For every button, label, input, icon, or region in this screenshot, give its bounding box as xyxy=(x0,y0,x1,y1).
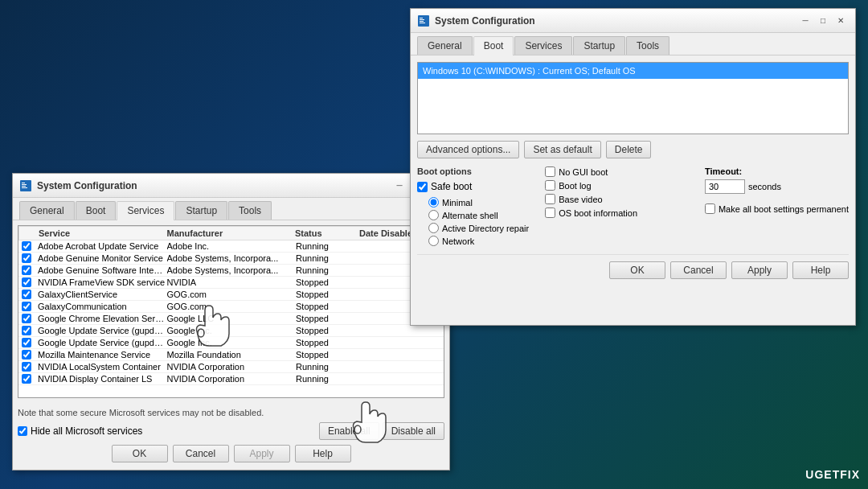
make-permanent-row: Make all boot settings permanent xyxy=(705,203,849,214)
service-checkbox-10[interactable] xyxy=(22,362,31,372)
service-checkbox-1[interactable] xyxy=(22,253,31,263)
boot-entry-selected[interactable]: Windows 10 (C:\WINDOWS) : Current OS; De… xyxy=(418,63,848,79)
safe-boot-options: Minimal Alternate shell Active Directory… xyxy=(417,197,529,246)
boot-tab-services[interactable]: Services xyxy=(514,36,572,55)
service-manufacturer-1: Adobe Systems, Incorpora... xyxy=(167,253,297,263)
service-manufacturer-11: NVIDIA Corporation xyxy=(167,374,297,384)
app-icon xyxy=(19,179,32,192)
service-status-9: Stopped xyxy=(296,350,360,360)
boot-tab-general[interactable]: General xyxy=(417,36,473,55)
service-checkbox-5[interactable] xyxy=(22,302,31,311)
active-directory-row: Active Directory repair xyxy=(428,223,529,233)
service-name-9: Mozilla Maintenance Service xyxy=(38,350,167,360)
service-name-0: Adobe Acrobat Update Service xyxy=(38,241,167,251)
os-boot-info-checkbox[interactable] xyxy=(545,208,555,218)
base-video-checkbox[interactable] xyxy=(545,194,555,204)
table-row: Google Chrome Elevation Service Google L… xyxy=(18,313,444,325)
boot-tab-bar: General Boot Services Startup Tools xyxy=(411,33,855,55)
boot-titlebar: System Configuration ─ □ ✕ xyxy=(411,9,855,33)
table-header: Service Manufacturer Status Date Disable… xyxy=(18,226,444,240)
col-status: Status xyxy=(295,228,359,238)
network-radio[interactable] xyxy=(428,236,439,246)
minimal-radio[interactable] xyxy=(428,197,439,208)
service-checkbox-2[interactable] xyxy=(22,265,31,275)
table-row: NVIDIA Display Container LS NVIDIA Corpo… xyxy=(18,373,444,385)
safe-boot-row: Safe boot xyxy=(417,181,529,192)
boot-log-checkbox[interactable] xyxy=(545,180,555,191)
table-row: GalaxyClientService GOG.com Stopped xyxy=(18,289,444,301)
safe-boot-checkbox[interactable] xyxy=(417,182,428,192)
boot-apply-button[interactable]: Apply xyxy=(731,261,788,279)
set-default-button[interactable]: Set as default xyxy=(524,141,600,158)
tab-boot[interactable]: Boot xyxy=(76,201,117,220)
help-button[interactable]: Help xyxy=(295,445,351,462)
hide-ms-checkbox[interactable] xyxy=(18,426,27,436)
service-checkbox-6[interactable] xyxy=(22,314,31,323)
apply-button[interactable]: Apply xyxy=(234,445,290,462)
boot-list[interactable]: Windows 10 (C:\WINDOWS) : Current OS; De… xyxy=(417,62,849,134)
tab-general[interactable]: General xyxy=(19,201,75,220)
service-status-0: Running xyxy=(296,241,360,251)
boot-tab-boot[interactable]: Boot xyxy=(473,36,514,55)
service-checkbox-3[interactable] xyxy=(22,277,31,287)
service-manufacturer-10: NVIDIA Corporation xyxy=(167,362,297,372)
tab-bar: General Boot Services Startup Tools xyxy=(13,198,449,220)
advanced-options-button[interactable]: Advanced options... xyxy=(417,141,519,158)
main-buttons-row: Enable all Disable all xyxy=(319,422,444,440)
service-checkbox-8[interactable] xyxy=(22,338,31,347)
service-status-11: Running xyxy=(296,374,360,384)
boot-options-label: Boot options xyxy=(417,166,529,176)
tab-startup[interactable]: Startup xyxy=(175,201,227,220)
timeout-row: seconds xyxy=(705,179,849,194)
svg-rect-4 xyxy=(22,187,27,188)
boot-close-button[interactable]: ✕ xyxy=(833,14,849,28)
services-titlebar: System Configuration ─ □ ✕ xyxy=(13,174,449,198)
alternate-shell-radio[interactable] xyxy=(428,210,439,220)
no-gui-checkbox[interactable] xyxy=(545,166,555,177)
watermark: UGETFIX xyxy=(805,468,860,481)
service-status-5: Stopped xyxy=(296,302,360,311)
table-row: GalaxyCommunication GOG.com Stopped xyxy=(18,301,444,313)
service-checkbox-9[interactable] xyxy=(22,350,31,360)
boot-tab-startup[interactable]: Startup xyxy=(573,36,625,55)
svg-rect-3 xyxy=(22,186,26,187)
timeout-input[interactable] xyxy=(705,179,745,194)
svg-rect-8 xyxy=(420,21,424,22)
boot-maximize-button[interactable]: □ xyxy=(815,14,831,28)
boot-options-right: No GUI boot Boot log Base video OS boot … xyxy=(545,166,637,246)
boot-cancel-button[interactable]: Cancel xyxy=(670,261,727,279)
cancel-button[interactable]: Cancel xyxy=(173,445,229,462)
enable-all-button[interactable]: Enable all xyxy=(319,422,379,440)
service-checkbox-4[interactable] xyxy=(22,290,31,299)
boot-minimize-button[interactable]: ─ xyxy=(797,14,813,28)
delete-button[interactable]: Delete xyxy=(606,141,652,158)
tab-services[interactable]: Services xyxy=(117,201,174,220)
hide-ms-label: Hide all Microsoft services xyxy=(31,425,142,437)
boot-options-main: Boot options Safe boot Minimal Alternate… xyxy=(417,166,849,246)
service-name-4: GalaxyClientService xyxy=(38,290,167,299)
disable-all-button[interactable]: Disable all xyxy=(383,422,444,440)
service-checkbox-11[interactable] xyxy=(22,374,31,384)
svg-rect-7 xyxy=(420,19,424,20)
service-checkbox-7[interactable] xyxy=(22,326,31,335)
boot-dialog-buttons: OK Cancel Apply Help xyxy=(417,254,849,279)
timeout-label: Timeout: xyxy=(705,166,849,176)
make-permanent-checkbox[interactable] xyxy=(705,203,715,214)
service-name-11: NVIDIA Display Container LS xyxy=(38,374,167,384)
service-status-8: Stopped xyxy=(296,338,360,347)
seconds-label: seconds xyxy=(748,182,781,191)
base-video-row: Base video xyxy=(545,194,637,204)
boot-ok-button[interactable]: OK xyxy=(609,261,665,279)
tab-tools[interactable]: Tools xyxy=(228,201,272,220)
boot-tab-tools[interactable]: Tools xyxy=(626,36,669,55)
service-manufacturer-0: Adobe Inc. xyxy=(167,241,297,251)
os-boot-info-row: OS boot information xyxy=(545,208,637,218)
service-name-5: GalaxyCommunication xyxy=(38,302,167,311)
boot-help-button[interactable]: Help xyxy=(792,261,849,279)
minimize-button[interactable]: ─ xyxy=(391,179,407,193)
services-list[interactable]: Service Manufacturer Status Date Disable… xyxy=(18,225,444,398)
service-status-7: Stopped xyxy=(296,326,360,335)
active-directory-radio[interactable] xyxy=(428,223,439,233)
service-checkbox-0[interactable] xyxy=(22,241,31,251)
ok-button[interactable]: OK xyxy=(112,445,168,462)
